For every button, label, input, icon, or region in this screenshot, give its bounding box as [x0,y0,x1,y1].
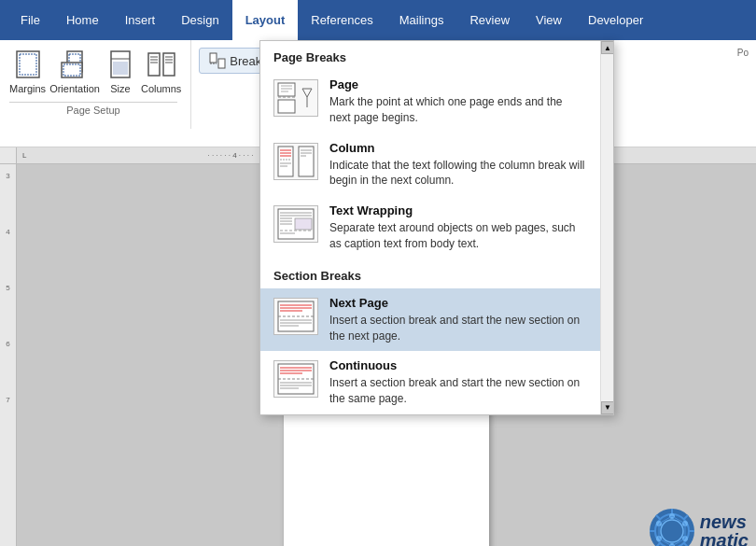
page-setup-group: Margins Orientation [0,40,191,129]
ruler-mark-6: 6 [6,340,9,396]
menu-file[interactable]: File [7,0,53,40]
nextpage-break-title: Next Page [329,296,585,310]
ruler-mark-L: L [22,151,26,160]
size-label: Size [110,83,130,94]
size-button[interactable]: Size [104,48,137,94]
nextpage-break-content: Next Page Insert a section break and sta… [329,296,585,344]
continuous-break-title: Continuous [329,358,585,372]
svg-rect-8 [113,62,128,75]
orientation-label: Orientation [49,83,100,94]
dropdown-item-page[interactable]: Page Mark the point at which one page en… [260,70,613,133]
svg-rect-47 [278,83,295,96]
dropdown-scrollbar[interactable]: ▲ ▼ [600,41,613,414]
menu-design[interactable]: Design [168,0,231,40]
textwrap-break-desc: Separate text around objects on web page… [329,220,585,252]
column-break-desc: Indicate that the text following the col… [329,158,585,189]
textwrap-break-content: Text Wrapping Separate text around objec… [329,203,585,252]
menu-home[interactable]: Home [53,0,112,40]
dropdown-item-continuous[interactable]: Continuous Insert a section break and st… [260,351,613,414]
column-break-icon [273,143,318,180]
svg-rect-17 [210,53,217,63]
column-break-title: Column [329,141,585,155]
margins-button[interactable]: Margins [9,48,46,94]
section-breaks-title: Section Breaks [260,259,613,288]
dropdown-item-textwrap[interactable]: Text Wrapping Separate text around objec… [260,196,613,259]
columns-button[interactable]: Columns [141,48,181,94]
nextpage-break-icon [273,298,318,335]
svg-rect-69 [295,218,312,230]
continuous-break-desc: Insert a section break and start the new… [329,375,585,407]
page-setup-label: Page Setup [9,102,177,116]
svg-marker-53 [302,89,312,97]
columns-label: Columns [141,83,181,94]
page-break-content: Page Mark the point at which one page en… [329,77,585,126]
textwrap-break-icon [273,205,318,243]
dropdown-item-nextpage[interactable]: Next Page Insert a section break and sta… [260,288,613,352]
page-breaks-title: Page Breaks [260,41,613,70]
textwrap-break-title: Text Wrapping [329,203,585,217]
scroll-down-arrow[interactable]: ▼ [601,401,614,414]
svg-rect-56 [299,147,314,176]
column-break-content: Column Indicate that the text following … [329,141,585,189]
svg-rect-18 [218,59,225,68]
page-break-icon [273,79,318,117]
page-break-desc: Mark the point at which one page ends an… [329,94,585,126]
newsmatic-icon [648,507,696,546]
menu-bar: File Home Insert Design Layout Reference… [0,0,756,40]
continuous-break-icon [273,360,318,398]
nextpage-break-desc: Insert a section break and start the new… [329,313,585,344]
ruler-mark-4: · · · · · · 4 · · · · [207,151,253,160]
breaks-icon [209,52,226,69]
menu-insert[interactable]: Insert [112,0,169,40]
scroll-up-arrow[interactable]: ▲ [601,41,614,54]
svg-rect-49 [278,100,295,113]
menu-developer[interactable]: Developer [575,0,656,40]
menu-mailings[interactable]: Mailings [386,0,457,40]
orientation-button[interactable]: Orientation [49,48,100,94]
page-break-title: Page [329,77,585,91]
menu-review[interactable]: Review [456,0,523,40]
svg-rect-55 [278,147,293,176]
ruler-mark-7: 7 [6,396,9,452]
ruler-mark-3: 3 [6,172,9,228]
ruler-mark-4b: 4 [6,228,9,284]
breaks-dropdown: Page Breaks Page Mark the point at which… [259,40,614,415]
newsmatic-text: news matic [700,512,749,546]
menu-view[interactable]: View [523,0,575,40]
continuous-break-content: Continuous Insert a section break and st… [329,358,585,407]
newsmatic-logo: news matic [648,507,749,546]
svg-rect-0 [17,51,39,77]
menu-references[interactable]: References [298,0,385,40]
dropdown-item-column[interactable]: Column Indicate that the text following … [260,133,613,197]
menu-layout[interactable]: Layout [232,0,299,40]
ruler-mark-5: 5 [6,284,9,340]
ruler-vertical: 3 4 5 6 7 [0,164,17,546]
margins-label: Margins [9,83,46,94]
po-label: Po [737,48,749,58]
